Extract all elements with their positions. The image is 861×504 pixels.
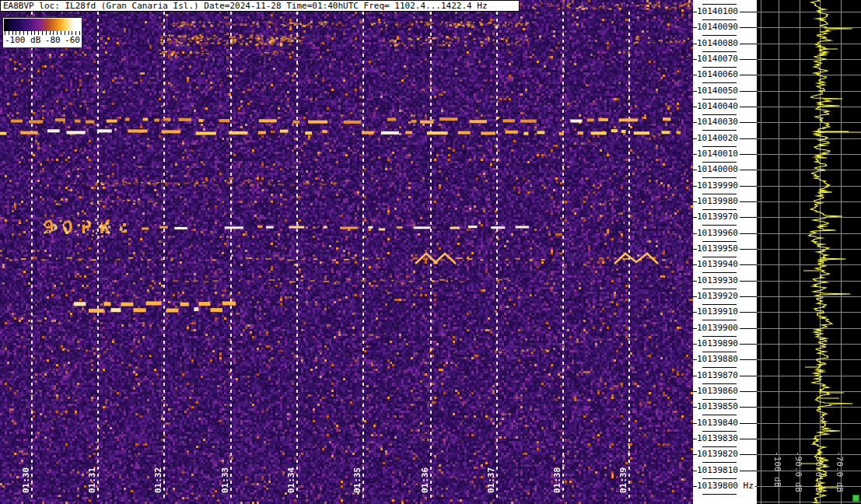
freq-tick-line bbox=[740, 359, 757, 360]
freq-minor-tick bbox=[702, 336, 737, 337]
freq-tick-line bbox=[740, 44, 757, 44]
freq-tick-line bbox=[740, 154, 757, 155]
freq-tick-label: 10140020 bbox=[697, 133, 740, 143]
freq-tick-label: 10139870 bbox=[697, 370, 740, 380]
freq-tick-label: 10139830 bbox=[697, 433, 740, 443]
freq-tick-label: 10139880 bbox=[697, 354, 740, 364]
freq-minor-tick bbox=[702, 225, 737, 226]
freq-tick-line bbox=[740, 170, 757, 170]
freq-tick-line bbox=[740, 217, 757, 218]
spectrum-graph bbox=[757, 0, 861, 504]
freq-minor-tick bbox=[702, 257, 737, 257]
freq-tick-label: 10139910 bbox=[697, 306, 740, 317]
freq-minor-tick bbox=[702, 99, 737, 100]
freq-tick-line bbox=[740, 471, 757, 471]
freq-tick-line bbox=[740, 138, 757, 139]
db-min-label: -100 dB bbox=[5, 35, 40, 45]
freq-tick-line bbox=[740, 201, 757, 202]
freq-tick-line bbox=[740, 233, 757, 234]
freq-tick-line bbox=[740, 454, 757, 455]
freq-minor-tick bbox=[702, 352, 737, 352]
freq-tick-line bbox=[740, 186, 757, 187]
freq-minor-tick bbox=[702, 320, 737, 320]
freq-tick-label: 10139820 bbox=[697, 449, 740, 459]
freq-tick-label: 10139840 bbox=[697, 418, 740, 428]
freq-tick-line bbox=[740, 249, 757, 250]
freq-tick-line bbox=[740, 344, 757, 345]
freq-minor-tick bbox=[702, 494, 737, 495]
freq-tick-label: 10139950 bbox=[697, 243, 740, 254]
color-scale-gradient bbox=[4, 19, 81, 31]
freq-tick-line bbox=[740, 296, 757, 297]
color-scale-labels: -100 dB -80 -60 bbox=[3, 35, 82, 45]
freq-minor-tick bbox=[702, 367, 737, 368]
freq-minor-tick bbox=[702, 177, 737, 178]
freq-tick-label: 10139960 bbox=[697, 228, 740, 238]
freq-tick-line bbox=[740, 312, 757, 313]
freq-tick-line bbox=[740, 91, 757, 92]
freq-tick-label: 10139970 bbox=[697, 212, 740, 222]
freq-minor-tick bbox=[702, 415, 737, 415]
freq-tick-label: 10140030 bbox=[697, 117, 740, 127]
freq-minor-tick bbox=[702, 162, 737, 163]
freq-tick-label: 10140090 bbox=[697, 22, 740, 32]
freq-tick-label: 10139940 bbox=[697, 259, 740, 269]
freq-tick-line bbox=[740, 407, 757, 408]
freq-tick-line bbox=[740, 281, 757, 282]
freq-minor-tick bbox=[702, 462, 737, 463]
freq-tick-line bbox=[740, 12, 757, 12]
freq-tick-line bbox=[740, 75, 757, 75]
freq-tick-label: 10139860 bbox=[697, 386, 740, 396]
freq-minor-tick bbox=[702, 431, 737, 432]
freq-minor-tick bbox=[702, 146, 737, 147]
freq-tick-line bbox=[740, 439, 757, 439]
frequency-scale: 1014010010140090101400801014007010140060… bbox=[693, 0, 757, 504]
freq-tick-line bbox=[740, 376, 757, 376]
freq-tick-label: 10140040 bbox=[697, 101, 740, 111]
freq-minor-tick bbox=[702, 209, 737, 210]
freq-tick-label: 10140100 bbox=[697, 6, 740, 16]
freq-tick-line bbox=[740, 328, 757, 329]
freq-tick-label: 10139810 bbox=[697, 465, 740, 475]
freq-tick-label: 10139920 bbox=[697, 291, 740, 301]
freq-tick-label: 10140060 bbox=[697, 69, 740, 79]
waterfall-spectrogram bbox=[0, 0, 693, 504]
freq-tick-line bbox=[740, 264, 757, 265]
freq-tick-line bbox=[740, 27, 757, 28]
color-scale-legend: -100 dB -80 -60 bbox=[2, 17, 82, 48]
db-max-label: -60 bbox=[65, 35, 80, 45]
freq-tick-label: 10139850 bbox=[697, 401, 740, 411]
freq-minor-tick bbox=[702, 383, 737, 384]
freq-tick-line bbox=[740, 391, 757, 392]
freq-tick-label: 10140000 bbox=[697, 164, 740, 174]
freq-tick-label: 10139980 bbox=[697, 196, 740, 206]
freq-minor-tick bbox=[702, 130, 737, 131]
freq-tick-label: 10139900 bbox=[697, 323, 740, 333]
freq-minor-tick bbox=[702, 478, 737, 479]
freq-minor-tick bbox=[702, 304, 737, 305]
freq-minor-tick bbox=[702, 241, 737, 242]
freq-tick-label: 10140010 bbox=[697, 149, 740, 159]
freq-tick-label: 10139890 bbox=[697, 338, 740, 348]
freq-tick-label: 10140070 bbox=[697, 54, 740, 64]
freq-tick-line bbox=[740, 59, 757, 60]
freq-minor-tick bbox=[702, 272, 737, 273]
freq-tick-line bbox=[740, 107, 757, 107]
freq-minor-tick bbox=[702, 19, 737, 20]
freq-tick-label: 10139930 bbox=[697, 275, 740, 285]
status-indicator bbox=[852, 495, 859, 502]
db-mid-label: -80 bbox=[45, 35, 61, 45]
freq-minor-tick bbox=[702, 114, 737, 115]
freq-minor-tick bbox=[702, 399, 737, 400]
freq-tick-label: 10140080 bbox=[697, 38, 740, 48]
grabber-window: EA8BVP loc: IL28fd (Gran Canaria Isl.) D… bbox=[0, 0, 861, 504]
freq-minor-tick bbox=[702, 289, 737, 289]
freq-minor-tick bbox=[702, 67, 737, 68]
freq-tick-line bbox=[740, 423, 757, 424]
freq-minor-tick bbox=[702, 51, 737, 52]
freq-minor-tick bbox=[702, 446, 737, 447]
freq-minor-tick bbox=[702, 194, 737, 194]
freq-tick-label: 10139990 bbox=[697, 180, 740, 191]
title-bar: EA8BVP loc: IL28fd (Gran Canaria Isl.) D… bbox=[0, 0, 520, 12]
freq-minor-tick bbox=[702, 4, 737, 5]
